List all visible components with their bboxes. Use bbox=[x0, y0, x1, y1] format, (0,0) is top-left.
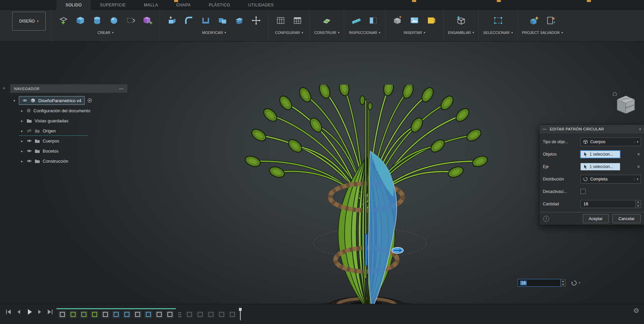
timeline-feature[interactable] bbox=[58, 310, 67, 319]
eye-icon[interactable] bbox=[22, 98, 28, 103]
primitive-box-button[interactable] bbox=[73, 12, 88, 29]
parameters-table-button[interactable] bbox=[273, 12, 288, 29]
select-tool-button[interactable] bbox=[490, 12, 506, 29]
group-label-ensamblar[interactable]: ENSAMBLAR▾ bbox=[448, 31, 474, 35]
chevron-expanded-icon[interactable]: ▾ bbox=[12, 99, 16, 103]
tab-solido[interactable]: SOLIDO bbox=[56, 0, 91, 10]
tab-plastico[interactable]: PLÁSTICO bbox=[200, 0, 239, 10]
collapse-panel-icon[interactable]: « bbox=[3, 86, 5, 90]
timeline-drag-handle[interactable] bbox=[178, 312, 180, 318]
salvador-automate-button[interactable] bbox=[526, 12, 542, 29]
viewcube-home-icon[interactable] bbox=[613, 92, 616, 95]
timeline-feature[interactable] bbox=[217, 310, 226, 319]
tree-item-sketches[interactable]: ▸ Bocetos bbox=[10, 146, 128, 156]
chevron-collapsed-icon[interactable]: ▸ bbox=[20, 109, 24, 113]
objects-selection-chip[interactable]: 1 seleccion... bbox=[580, 151, 620, 158]
timeline-step-forward-button[interactable] bbox=[35, 308, 44, 316]
shell-button[interactable] bbox=[198, 12, 213, 29]
chevron-collapsed-icon[interactable]: ▸ bbox=[20, 159, 24, 163]
chevron-collapsed-icon[interactable]: ▸ bbox=[20, 139, 24, 143]
move-copy-button[interactable] bbox=[248, 12, 264, 29]
tree-item-construction[interactable]: ▸ Construcción bbox=[10, 156, 128, 166]
timeline-feature[interactable] bbox=[206, 310, 215, 319]
info-icon[interactable]: i bbox=[543, 216, 549, 222]
new-component-button[interactable] bbox=[453, 12, 469, 29]
tree-item-origin[interactable]: ▸ Origen bbox=[10, 126, 128, 136]
fillet-button[interactable] bbox=[181, 12, 197, 29]
timeline-play-button[interactable] bbox=[25, 308, 34, 316]
construct-plane-button[interactable] bbox=[319, 12, 334, 29]
group-label-modificar[interactable]: MODIFICAR▾ bbox=[164, 31, 264, 35]
configure-table-button[interactable] bbox=[290, 12, 305, 29]
dialog-header[interactable]: — EDITAR PATRÓN CIRCULAR » bbox=[539, 125, 644, 133]
timeline-step-back-button[interactable] bbox=[14, 308, 23, 316]
press-pull-button[interactable] bbox=[164, 12, 180, 29]
minimize-panel-icon[interactable]: — bbox=[119, 86, 124, 91]
timeline-marker[interactable] bbox=[240, 308, 241, 320]
timeline-feature[interactable] bbox=[155, 310, 164, 319]
create-sketch-button[interactable] bbox=[56, 12, 71, 29]
group-label-construir[interactable]: CONSTRUIR▾ bbox=[314, 31, 339, 35]
primitive-sphere-button[interactable] bbox=[106, 12, 122, 29]
spinner-up-icon[interactable]: ▲ bbox=[561, 279, 565, 283]
combine-button[interactable] bbox=[215, 12, 230, 29]
tab-chapa[interactable]: CHAPA bbox=[167, 0, 200, 10]
insert-decal-button[interactable] bbox=[424, 12, 439, 29]
timeline-go-start-button[interactable] bbox=[4, 308, 13, 316]
tree-item-document-settings[interactable]: ▸ ⚙ Configuración del documento bbox=[10, 106, 128, 116]
timeline-go-end-button[interactable] bbox=[46, 308, 54, 316]
spinner-up-icon[interactable]: ▲ bbox=[636, 200, 641, 204]
spinner-down-icon[interactable]: ▼ bbox=[636, 204, 641, 208]
chevron-collapsed-icon[interactable]: ▸ bbox=[20, 119, 24, 123]
tab-malla[interactable]: MALLA bbox=[135, 0, 167, 10]
timeline-feature[interactable] bbox=[101, 310, 110, 319]
group-label-configurar[interactable]: CONFIGURAR▾ bbox=[273, 31, 305, 35]
measure-button[interactable] bbox=[349, 12, 364, 29]
spinner-down-icon[interactable]: ▼ bbox=[561, 283, 565, 287]
suppress-checkbox[interactable] bbox=[580, 189, 586, 194]
group-label-seleccionar[interactable]: SELECCIONAR▾ bbox=[483, 31, 513, 35]
root-component-selected-box[interactable]: DiseñoParametrico v4 bbox=[19, 96, 85, 105]
section-analysis-button[interactable] bbox=[365, 12, 381, 29]
eye-icon[interactable] bbox=[27, 148, 32, 154]
axis-selection-chip[interactable]: 1 seleccion... bbox=[580, 163, 620, 170]
cancel-button[interactable]: Cancelar bbox=[612, 214, 641, 223]
group-label-inspeccionar[interactable]: INSPECCIONAR▾ bbox=[349, 31, 381, 35]
offset-face-button[interactable] bbox=[232, 12, 247, 29]
canvas-quantity-spinner[interactable]: ▲▼ bbox=[561, 279, 566, 287]
chevron-collapsed-icon[interactable]: ▸ bbox=[20, 129, 24, 133]
group-label-insertar[interactable]: INSERTAR▾ bbox=[390, 31, 439, 35]
viewcube[interactable]: SUPERIOR FRONTAL bbox=[611, 89, 640, 118]
insert-canvas-button[interactable] bbox=[407, 12, 422, 29]
pattern-sketch-button[interactable] bbox=[123, 12, 138, 29]
clear-objects-selection-icon[interactable]: × bbox=[636, 152, 641, 157]
minimize-dialog-icon[interactable]: — bbox=[542, 127, 547, 131]
create-form-button[interactable] bbox=[140, 12, 155, 29]
eye-off-icon[interactable] bbox=[27, 128, 32, 133]
tree-item-named-views[interactable]: ▸ Vistas guardadas bbox=[10, 116, 128, 126]
workspace-switcher-button[interactable]: DISEÑO ▾ bbox=[12, 12, 46, 31]
timeline-feature[interactable] bbox=[133, 310, 142, 319]
eye-icon[interactable] bbox=[27, 158, 32, 164]
salvador-generate-button[interactable] bbox=[543, 12, 559, 29]
timeline-feature[interactable] bbox=[90, 310, 99, 319]
accept-button[interactable]: Aceptar bbox=[583, 214, 609, 223]
parametric-plant-model[interactable] bbox=[235, 85, 497, 324]
activate-component-radio[interactable] bbox=[87, 98, 92, 103]
group-label-crear[interactable]: CREAR▾ bbox=[56, 31, 155, 35]
clear-axis-selection-icon[interactable]: × bbox=[636, 164, 641, 169]
timeline-feature[interactable] bbox=[122, 310, 131, 319]
viewport-3d[interactable]: SUPERIOR FRONTAL « NAVEGADOR — ▾ DiseñoP… bbox=[0, 42, 644, 324]
chevron-collapsed-icon[interactable]: ▸ bbox=[20, 149, 24, 153]
expand-dialog-icon[interactable]: » bbox=[639, 127, 641, 131]
group-label-project-salvador[interactable]: PROJECT SALVADOR▾ bbox=[522, 31, 563, 35]
primitive-cylinder-button[interactable] bbox=[89, 12, 105, 29]
tree-item-bodies[interactable]: ▸ Cuerpos bbox=[10, 136, 128, 146]
canvas-quantity-input[interactable]: 16 bbox=[518, 279, 561, 287]
pattern-type-button[interactable]: ▾ bbox=[571, 279, 580, 287]
timeline-feature[interactable] bbox=[196, 310, 205, 319]
timeline-feature[interactable] bbox=[144, 310, 153, 319]
insert-derive-button[interactable] bbox=[390, 12, 405, 29]
distribution-dropdown[interactable]: Completa ▾ bbox=[580, 175, 641, 184]
quantity-spinner[interactable]: ▲▼ bbox=[636, 200, 641, 208]
